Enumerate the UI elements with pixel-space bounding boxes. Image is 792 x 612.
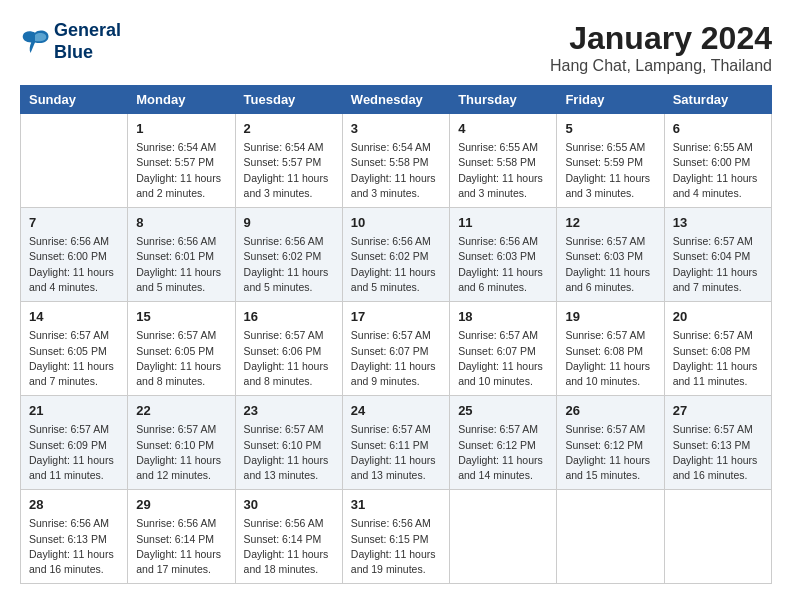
- day-info: Sunrise: 6:57 AM Sunset: 6:11 PM Dayligh…: [351, 422, 441, 483]
- calendar-cell: 18Sunrise: 6:57 AM Sunset: 6:07 PM Dayli…: [450, 302, 557, 396]
- day-info: Sunrise: 6:57 AM Sunset: 6:08 PM Dayligh…: [565, 328, 655, 389]
- calendar-cell: 23Sunrise: 6:57 AM Sunset: 6:10 PM Dayli…: [235, 396, 342, 490]
- day-number: 26: [565, 402, 655, 420]
- day-info: Sunrise: 6:57 AM Sunset: 6:10 PM Dayligh…: [136, 422, 226, 483]
- calendar-cell: [664, 490, 771, 584]
- calendar-cell: 10Sunrise: 6:56 AM Sunset: 6:02 PM Dayli…: [342, 208, 449, 302]
- day-info: Sunrise: 6:57 AM Sunset: 6:06 PM Dayligh…: [244, 328, 334, 389]
- day-info: Sunrise: 6:57 AM Sunset: 6:03 PM Dayligh…: [565, 234, 655, 295]
- calendar-cell: [450, 490, 557, 584]
- calendar-cell: 27Sunrise: 6:57 AM Sunset: 6:13 PM Dayli…: [664, 396, 771, 490]
- calendar-cell: 6Sunrise: 6:55 AM Sunset: 6:00 PM Daylig…: [664, 114, 771, 208]
- day-number: 27: [673, 402, 763, 420]
- header-saturday: Saturday: [664, 86, 771, 114]
- calendar-table: Sunday Monday Tuesday Wednesday Thursday…: [20, 85, 772, 584]
- calendar-cell: 28Sunrise: 6:56 AM Sunset: 6:13 PM Dayli…: [21, 490, 128, 584]
- day-number: 10: [351, 214, 441, 232]
- day-number: 6: [673, 120, 763, 138]
- day-number: 3: [351, 120, 441, 138]
- logo-icon: [20, 28, 50, 56]
- day-info: Sunrise: 6:57 AM Sunset: 6:12 PM Dayligh…: [458, 422, 548, 483]
- day-number: 21: [29, 402, 119, 420]
- calendar-header-row: Sunday Monday Tuesday Wednesday Thursday…: [21, 86, 772, 114]
- day-info: Sunrise: 6:55 AM Sunset: 6:00 PM Dayligh…: [673, 140, 763, 201]
- header-friday: Friday: [557, 86, 664, 114]
- day-number: 28: [29, 496, 119, 514]
- day-number: 7: [29, 214, 119, 232]
- header-sunday: Sunday: [21, 86, 128, 114]
- calendar-week-row: 1Sunrise: 6:54 AM Sunset: 5:57 PM Daylig…: [21, 114, 772, 208]
- day-info: Sunrise: 6:57 AM Sunset: 6:12 PM Dayligh…: [565, 422, 655, 483]
- day-info: Sunrise: 6:57 AM Sunset: 6:05 PM Dayligh…: [29, 328, 119, 389]
- main-title: January 2024: [550, 20, 772, 57]
- page-header: General Blue January 2024 Hang Chat, Lam…: [20, 20, 772, 75]
- day-info: Sunrise: 6:57 AM Sunset: 6:09 PM Dayligh…: [29, 422, 119, 483]
- calendar-cell: 26Sunrise: 6:57 AM Sunset: 6:12 PM Dayli…: [557, 396, 664, 490]
- calendar-cell: 2Sunrise: 6:54 AM Sunset: 5:57 PM Daylig…: [235, 114, 342, 208]
- calendar-cell: [557, 490, 664, 584]
- day-number: 16: [244, 308, 334, 326]
- calendar-cell: 16Sunrise: 6:57 AM Sunset: 6:06 PM Dayli…: [235, 302, 342, 396]
- day-info: Sunrise: 6:57 AM Sunset: 6:10 PM Dayligh…: [244, 422, 334, 483]
- calendar-cell: 4Sunrise: 6:55 AM Sunset: 5:58 PM Daylig…: [450, 114, 557, 208]
- day-number: 15: [136, 308, 226, 326]
- day-info: Sunrise: 6:55 AM Sunset: 5:58 PM Dayligh…: [458, 140, 548, 201]
- day-number: 18: [458, 308, 548, 326]
- calendar-cell: 21Sunrise: 6:57 AM Sunset: 6:09 PM Dayli…: [21, 396, 128, 490]
- calendar-cell: 15Sunrise: 6:57 AM Sunset: 6:05 PM Dayli…: [128, 302, 235, 396]
- calendar-cell: 19Sunrise: 6:57 AM Sunset: 6:08 PM Dayli…: [557, 302, 664, 396]
- day-number: 12: [565, 214, 655, 232]
- title-block: January 2024 Hang Chat, Lampang, Thailan…: [550, 20, 772, 75]
- day-info: Sunrise: 6:56 AM Sunset: 6:02 PM Dayligh…: [351, 234, 441, 295]
- calendar-cell: 22Sunrise: 6:57 AM Sunset: 6:10 PM Dayli…: [128, 396, 235, 490]
- day-number: 17: [351, 308, 441, 326]
- calendar-cell: 14Sunrise: 6:57 AM Sunset: 6:05 PM Dayli…: [21, 302, 128, 396]
- day-info: Sunrise: 6:56 AM Sunset: 6:14 PM Dayligh…: [244, 516, 334, 577]
- day-number: 13: [673, 214, 763, 232]
- calendar-cell: 9Sunrise: 6:56 AM Sunset: 6:02 PM Daylig…: [235, 208, 342, 302]
- day-info: Sunrise: 6:54 AM Sunset: 5:58 PM Dayligh…: [351, 140, 441, 201]
- calendar-week-row: 7Sunrise: 6:56 AM Sunset: 6:00 PM Daylig…: [21, 208, 772, 302]
- subtitle: Hang Chat, Lampang, Thailand: [550, 57, 772, 75]
- day-info: Sunrise: 6:57 AM Sunset: 6:05 PM Dayligh…: [136, 328, 226, 389]
- calendar-cell: 25Sunrise: 6:57 AM Sunset: 6:12 PM Dayli…: [450, 396, 557, 490]
- day-number: 1: [136, 120, 226, 138]
- day-info: Sunrise: 6:57 AM Sunset: 6:13 PM Dayligh…: [673, 422, 763, 483]
- logo: General Blue: [20, 20, 121, 63]
- calendar-cell: 29Sunrise: 6:56 AM Sunset: 6:14 PM Dayli…: [128, 490, 235, 584]
- day-number: 19: [565, 308, 655, 326]
- calendar-cell: 12Sunrise: 6:57 AM Sunset: 6:03 PM Dayli…: [557, 208, 664, 302]
- calendar-cell: 5Sunrise: 6:55 AM Sunset: 5:59 PM Daylig…: [557, 114, 664, 208]
- day-info: Sunrise: 6:55 AM Sunset: 5:59 PM Dayligh…: [565, 140, 655, 201]
- day-info: Sunrise: 6:56 AM Sunset: 6:03 PM Dayligh…: [458, 234, 548, 295]
- calendar-cell: 17Sunrise: 6:57 AM Sunset: 6:07 PM Dayli…: [342, 302, 449, 396]
- day-number: 2: [244, 120, 334, 138]
- day-info: Sunrise: 6:56 AM Sunset: 6:02 PM Dayligh…: [244, 234, 334, 295]
- day-number: 8: [136, 214, 226, 232]
- calendar-week-row: 21Sunrise: 6:57 AM Sunset: 6:09 PM Dayli…: [21, 396, 772, 490]
- day-info: Sunrise: 6:57 AM Sunset: 6:07 PM Dayligh…: [351, 328, 441, 389]
- calendar-cell: 1Sunrise: 6:54 AM Sunset: 5:57 PM Daylig…: [128, 114, 235, 208]
- calendar-cell: 11Sunrise: 6:56 AM Sunset: 6:03 PM Dayli…: [450, 208, 557, 302]
- day-number: 14: [29, 308, 119, 326]
- calendar-cell: 7Sunrise: 6:56 AM Sunset: 6:00 PM Daylig…: [21, 208, 128, 302]
- day-number: 22: [136, 402, 226, 420]
- day-number: 9: [244, 214, 334, 232]
- calendar-cell: 8Sunrise: 6:56 AM Sunset: 6:01 PM Daylig…: [128, 208, 235, 302]
- calendar-cell: 13Sunrise: 6:57 AM Sunset: 6:04 PM Dayli…: [664, 208, 771, 302]
- header-monday: Monday: [128, 86, 235, 114]
- calendar-cell: 30Sunrise: 6:56 AM Sunset: 6:14 PM Dayli…: [235, 490, 342, 584]
- day-info: Sunrise: 6:56 AM Sunset: 6:14 PM Dayligh…: [136, 516, 226, 577]
- day-number: 31: [351, 496, 441, 514]
- calendar-body: 1Sunrise: 6:54 AM Sunset: 5:57 PM Daylig…: [21, 114, 772, 584]
- day-info: Sunrise: 6:56 AM Sunset: 6:00 PM Dayligh…: [29, 234, 119, 295]
- day-number: 11: [458, 214, 548, 232]
- day-info: Sunrise: 6:57 AM Sunset: 6:07 PM Dayligh…: [458, 328, 548, 389]
- day-number: 29: [136, 496, 226, 514]
- day-info: Sunrise: 6:56 AM Sunset: 6:01 PM Dayligh…: [136, 234, 226, 295]
- day-number: 30: [244, 496, 334, 514]
- day-number: 20: [673, 308, 763, 326]
- calendar-week-row: 14Sunrise: 6:57 AM Sunset: 6:05 PM Dayli…: [21, 302, 772, 396]
- day-number: 25: [458, 402, 548, 420]
- calendar-cell: 3Sunrise: 6:54 AM Sunset: 5:58 PM Daylig…: [342, 114, 449, 208]
